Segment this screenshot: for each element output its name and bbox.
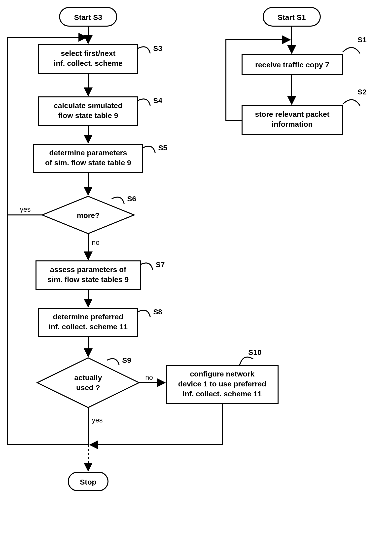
box-s10: configure network device 1 to use prefer… <box>166 365 278 404</box>
box-s8: determine preferred inf. collect. scheme… <box>38 308 138 337</box>
tag-s4: S4 <box>153 96 162 105</box>
tag-s6: S6 <box>127 195 136 203</box>
leader-s2 <box>343 100 360 106</box>
box-s3: select first/next inf. collect. scheme <box>38 45 138 73</box>
decision-s9: actually used ? <box>37 358 139 408</box>
tag-s7: S7 <box>156 260 165 269</box>
s10-line1: configure network <box>190 370 254 378</box>
start-s1-text: Start S1 <box>278 13 306 21</box>
s4-line1: calculate simulated <box>54 101 123 110</box>
terminator-start-s1: Start S1 <box>263 7 320 26</box>
start-s3-text: Start S3 <box>74 13 102 21</box>
box-s1: receive traffic copy 7 <box>242 55 343 75</box>
terminator-stop: Stop <box>68 472 108 491</box>
s9-line1: actually <box>74 373 102 382</box>
leader-s3 <box>138 47 150 53</box>
decision-s6: more? <box>42 196 134 234</box>
s9-line2: used ? <box>76 383 100 392</box>
arrow-s10-merge <box>90 404 222 445</box>
s2-line2: information <box>272 120 313 128</box>
s5-line2: of sim. flow state table 9 <box>45 159 131 167</box>
s7-line1: assess parameters of <box>50 265 127 274</box>
s9-no-label: no <box>145 373 153 381</box>
box-s2: store relevant packet information <box>242 106 343 134</box>
box-s7: assess parameters of sim. flow state tab… <box>36 261 140 289</box>
s3-line1: select first/next <box>61 49 115 57</box>
leader-s4 <box>138 99 150 106</box>
s3-line2: inf. collect. scheme <box>54 59 123 67</box>
tag-s2: S2 <box>357 88 367 96</box>
s6-yes-label: yes <box>20 206 31 213</box>
stop-text: Stop <box>80 478 97 486</box>
flowchart-svg: Start S3 select first/next inf. collect.… <box>0 0 392 536</box>
terminator-start-s3: Start S3 <box>60 7 117 26</box>
s10-line2: device 1 to use preferred <box>178 380 266 388</box>
s6-no-label: no <box>92 239 100 246</box>
leader-s6 <box>112 197 124 204</box>
tag-s5: S5 <box>158 144 167 152</box>
box-s5: determine parameters of sim. flow state … <box>34 144 143 173</box>
tag-s3: S3 <box>153 44 162 52</box>
s7-line2: sim. flow state tables 9 <box>48 275 129 284</box>
leader-s5 <box>143 146 155 153</box>
s1-line1: receive traffic copy 7 <box>255 61 329 69</box>
svg-marker-7 <box>37 358 139 408</box>
leader-s8 <box>138 310 150 317</box>
s5-line1: determine parameters <box>49 149 127 157</box>
s8-line1: determine preferred <box>53 313 123 321</box>
leader-s1 <box>343 47 360 53</box>
s8-line2: inf. collect. scheme 11 <box>49 323 128 331</box>
s10-line3: inf. collect. scheme 11 <box>183 390 262 398</box>
s6-q: more? <box>77 211 100 219</box>
s4-line2: flow state table 9 <box>58 111 118 120</box>
leader-s9 <box>107 359 119 365</box>
tag-s8: S8 <box>153 308 162 316</box>
leader-s10 <box>240 357 253 365</box>
leader-s7 <box>140 263 153 270</box>
tag-s1: S1 <box>357 36 367 44</box>
box-s4: calculate simulated flow state table 9 <box>38 97 138 125</box>
tag-s9: S9 <box>122 356 131 364</box>
s9-yes-label: yes <box>92 416 103 424</box>
s2-line1: store relevant packet <box>255 110 329 118</box>
tag-s10: S10 <box>248 348 261 356</box>
